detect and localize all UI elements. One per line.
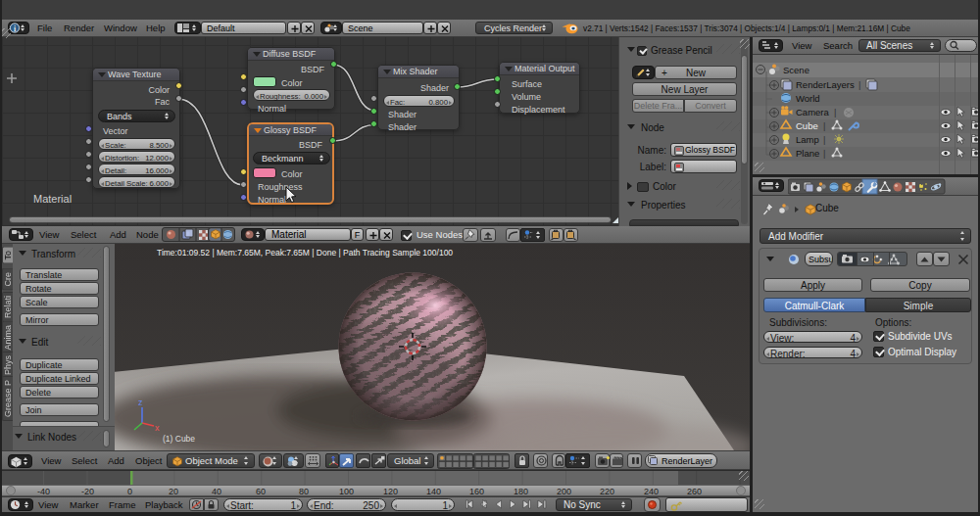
svg-text:-20: -20 bbox=[81, 487, 94, 496]
svg-text:(1) Cube: (1) Cube bbox=[163, 434, 195, 444]
svg-text:240: 240 bbox=[644, 487, 659, 496]
svg-text:40: 40 bbox=[212, 487, 221, 496]
svg-text:Cube: Cube bbox=[796, 120, 818, 131]
svg-text:0: 0 bbox=[127, 487, 132, 496]
svg-text:80: 80 bbox=[299, 487, 309, 496]
svg-text:220: 220 bbox=[600, 487, 614, 496]
svg-text:60: 60 bbox=[256, 487, 266, 496]
svg-text:RenderLayers: RenderLayers bbox=[796, 79, 855, 90]
svg-text:|: | bbox=[858, 79, 860, 90]
svg-text:160: 160 bbox=[469, 487, 484, 496]
svg-text:Lamp: Lamp bbox=[796, 134, 819, 145]
svg-text:|: | bbox=[834, 107, 836, 117]
svg-text:x: x bbox=[155, 423, 160, 433]
svg-text:Camera: Camera bbox=[796, 107, 830, 117]
svg-text:Scene: Scene bbox=[783, 65, 809, 75]
svg-text:180: 180 bbox=[514, 487, 528, 496]
svg-text:-40: -40 bbox=[37, 487, 50, 496]
svg-text:200: 200 bbox=[557, 487, 571, 496]
svg-text:Plane: Plane bbox=[796, 148, 819, 159]
svg-text:140: 140 bbox=[426, 487, 441, 496]
svg-text:z: z bbox=[138, 398, 143, 407]
svg-text:|: | bbox=[823, 134, 825, 145]
svg-text:|: | bbox=[823, 120, 825, 131]
svg-text:120: 120 bbox=[383, 487, 398, 496]
svg-text:260: 260 bbox=[687, 487, 702, 496]
svg-text:20: 20 bbox=[169, 487, 178, 496]
svg-text:100: 100 bbox=[339, 487, 354, 496]
svg-text:Time:01:09.52 | Mem:7.65M, Pea: Time:01:09.52 | Mem:7.65M, Peak:7.65M | … bbox=[157, 248, 453, 258]
svg-text:|: | bbox=[823, 148, 825, 159]
svg-text:World: World bbox=[796, 93, 820, 104]
